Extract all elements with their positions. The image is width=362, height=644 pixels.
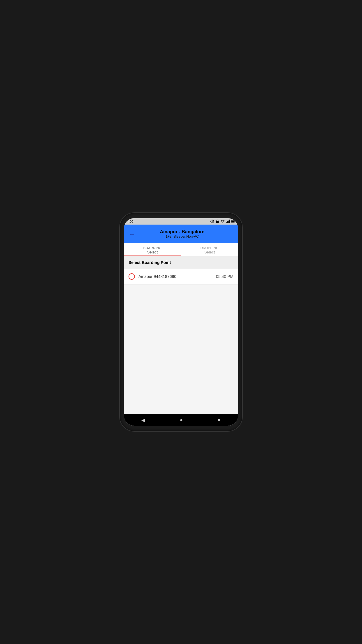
svg-rect-4 [227, 221, 228, 223]
boarding-tab-label: BOARDING [143, 246, 162, 250]
nav-bar: ◀ ● ■ [124, 414, 238, 426]
nav-home-button[interactable]: ● [180, 417, 183, 423]
battery-icon [231, 219, 235, 223]
tab-bar: BOARDING Select DROPPING Select [124, 243, 238, 256]
signal-icon [226, 219, 230, 223]
bus-type: 1+2, Sleeper,Non-AC [139, 235, 225, 239]
svg-point-2 [222, 223, 223, 223]
nav-back-button[interactable]: ◀ [141, 417, 145, 423]
world-icon [210, 219, 214, 223]
boarding-tab-value: Select [147, 250, 158, 254]
status-bar: 4:00 [124, 218, 238, 225]
app-bar: ← Ainapur - Bangalore 1+2, Sleeper,Non-A… [124, 225, 238, 243]
boarding-point-time: 05:40 PM [216, 274, 233, 279]
phone-screen: 4:00 [124, 218, 238, 426]
svg-rect-1 [216, 221, 219, 223]
svg-rect-9 [231, 221, 234, 222]
phone-device: 4:00 [120, 213, 242, 431]
svg-rect-5 [228, 220, 229, 223]
tab-boarding[interactable]: BOARDING Select [124, 243, 181, 256]
app-bar-title: Ainapur - Bangalore 1+2, Sleeper,Non-AC [139, 229, 225, 239]
svg-rect-6 [229, 220, 230, 223]
wifi-icon [221, 219, 225, 223]
dropping-tab-value: Select [204, 250, 215, 254]
back-button[interactable]: ← [128, 230, 136, 239]
content-area: Select Boarding Point Ainapur 9448187690… [124, 256, 238, 414]
status-icons [210, 219, 235, 223]
lock-icon [215, 219, 219, 223]
svg-rect-3 [226, 222, 227, 223]
route-title: Ainapur - Bangalore [139, 229, 225, 235]
section-header-text: Select Boarding Point [129, 260, 171, 265]
boarding-point-item[interactable]: Ainapur 9448187690 05:40 PM [124, 269, 238, 285]
section-header: Select Boarding Point [124, 256, 238, 269]
nav-recents-button[interactable]: ■ [218, 417, 221, 423]
dropping-tab-label: DROPPING [201, 246, 219, 250]
radio-button-icon[interactable] [129, 273, 135, 280]
tab-dropping[interactable]: DROPPING Select [181, 243, 238, 256]
boarding-point-name: Ainapur 9448187690 [138, 274, 216, 279]
svg-rect-8 [235, 221, 235, 222]
status-time: 4:00 [127, 220, 133, 223]
